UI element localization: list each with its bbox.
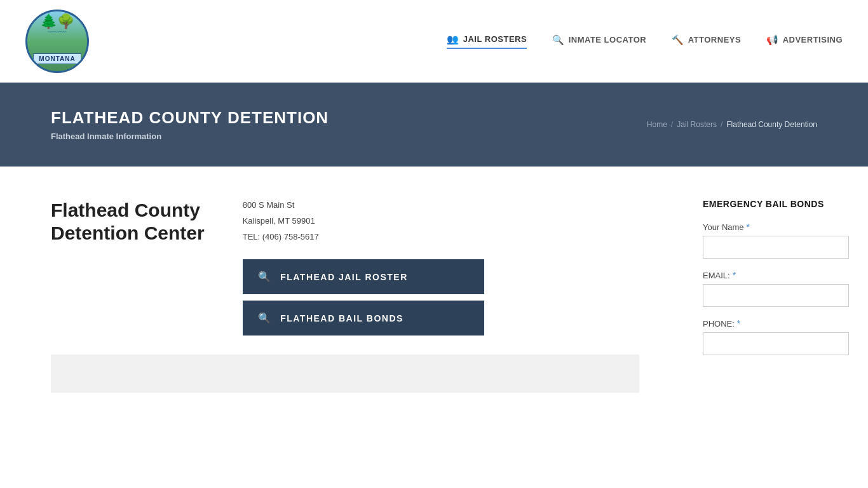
search-icon-jail: 🔍 [258, 271, 272, 283]
page-title: FLATHEAD COUNTY DETENTION [51, 108, 329, 128]
name-label: Your Name * [703, 222, 849, 232]
address-line1: 800 S Main St [243, 199, 639, 212]
search-icon: 🔍 [552, 34, 565, 46]
phone-input[interactable] [703, 332, 849, 355]
breadcrumb-home[interactable]: Home [647, 120, 667, 129]
people-icon: 👥 [447, 34, 459, 45]
address-line2: Kalispell, MT 59901 [243, 215, 639, 228]
breadcrumb-sep2: / [721, 120, 722, 129]
content-main: Flathead County Detention Center 800 S M… [0, 167, 677, 488]
hero-title-area: FLATHEAD COUNTY DETENTION Flathead Inmat… [51, 108, 329, 141]
email-label: EMAIL: * [703, 270, 849, 280]
breadcrumb: Home / Jail Rosters / Flathead County De… [647, 120, 817, 129]
hero-banner: FLATHEAD COUNTY DETENTION Flathead Inmat… [0, 83, 868, 166]
tel-label: TEL: [243, 232, 260, 241]
phone-field-group: PHONE: * [703, 318, 849, 355]
page-subtitle: Flathead Inmate Information [51, 132, 329, 141]
breadcrumb-jail-rosters[interactable]: Jail Rosters [677, 120, 717, 129]
phone-label: PHONE: * [703, 318, 849, 329]
bottom-gray-strip [51, 355, 639, 393]
sidebar: EMERGENCY BAIL BONDS Your Name * EMAIL: … [677, 167, 868, 488]
name-input[interactable] [703, 236, 849, 259]
tel-number: (406) 758-5617 [262, 232, 319, 241]
email-field-group: EMAIL: * [703, 270, 849, 307]
facility-info-left: Flathead County Detention Center [51, 199, 205, 336]
nav-inmate-locator[interactable]: 🔍 INMATE LOCATOR [552, 34, 646, 48]
detention-header-row: Flathead County Detention Center 800 S M… [51, 199, 639, 336]
phone-required-star: * [737, 318, 740, 329]
breadcrumb-current: Flathead County Detention [726, 120, 817, 129]
logo-area: 🌲🌳 〰〰〰 MONTANA [25, 10, 89, 73]
name-field-group: Your Name * [703, 222, 849, 259]
nav-jail-rosters[interactable]: 👥 JAIL ROSTERS [447, 34, 527, 49]
nav-attorneys[interactable]: 🔨 ATTORNEYS [672, 34, 741, 48]
search-icon-bail: 🔍 [258, 312, 272, 324]
email-required-star: * [733, 270, 736, 280]
site-header: 🌲🌳 〰〰〰 MONTANA 👥 JAIL ROSTERS 🔍 INMATE L… [0, 0, 868, 83]
megaphone-icon: 📢 [766, 34, 779, 46]
gavel-icon: 🔨 [672, 34, 684, 46]
action-buttons: 🔍 FLATHEAD JAIL ROSTER 🔍 FLATHEAD BAIL B… [243, 259, 484, 336]
sidebar-title: EMERGENCY BAIL BONDS [703, 199, 849, 209]
email-input[interactable] [703, 284, 849, 307]
content-wrapper: Flathead County Detention Center 800 S M… [0, 166, 868, 488]
bail-bonds-button[interactable]: 🔍 FLATHEAD BAIL BONDS [243, 301, 484, 336]
main-nav: 👥 JAIL ROSTERS 🔍 INMATE LOCATOR 🔨 ATTORN… [447, 34, 843, 49]
facility-name: Flathead County Detention Center [51, 199, 205, 245]
name-required-star: * [747, 222, 750, 232]
facility-info-right: 800 S Main St Kalispell, MT 59901 TEL: (… [243, 199, 639, 336]
jail-roster-button[interactable]: 🔍 FLATHEAD JAIL ROSTER [243, 259, 484, 294]
logo-text: MONTANA [33, 53, 81, 64]
logo-icon: 🌲🌳 〰〰〰 MONTANA [25, 10, 89, 73]
logo-water-icon: 〰〰〰 [48, 29, 67, 36]
address-block: 800 S Main St Kalispell, MT 59901 TEL: (… [243, 199, 639, 243]
nav-advertising[interactable]: 📢 ADVERTISING [766, 34, 843, 48]
tel-line: TEL: (406) 758-5617 [243, 231, 639, 244]
breadcrumb-sep1: / [671, 120, 673, 129]
logo-tree-icon: 🌲🌳 [40, 15, 74, 29]
